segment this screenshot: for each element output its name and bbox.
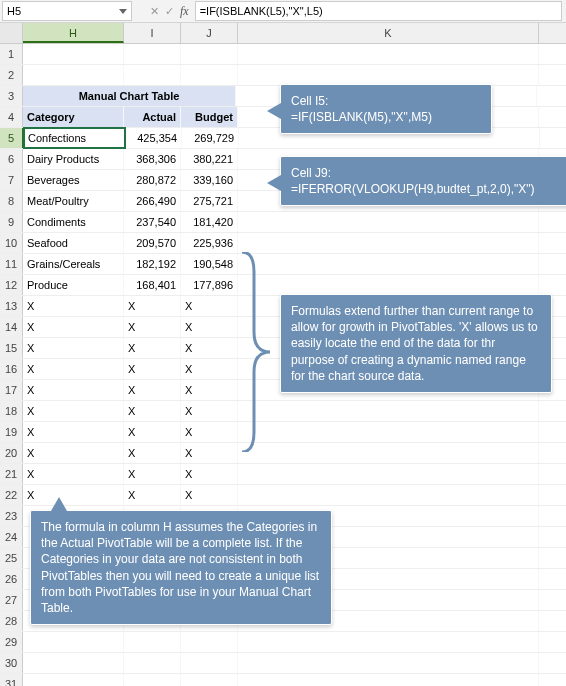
cell[interactable]: Produce: [23, 275, 124, 295]
cell[interactable]: 380,221: [181, 149, 238, 169]
cell[interactable]: Beverages: [23, 170, 124, 190]
cell[interactable]: X: [181, 485, 238, 505]
cell[interactable]: 225,936: [181, 233, 238, 253]
cell[interactable]: [238, 674, 539, 686]
cell[interactable]: X: [124, 296, 181, 316]
table-row[interactable]: 10Seafood209,570225,936: [0, 233, 566, 254]
cell[interactable]: Seafood: [23, 233, 124, 253]
cell[interactable]: Confections: [24, 128, 125, 148]
cell[interactable]: 209,570: [124, 233, 181, 253]
row-header[interactable]: 22: [0, 485, 23, 505]
row-header[interactable]: 10: [0, 233, 23, 253]
row-header[interactable]: 6: [0, 149, 23, 169]
row-header[interactable]: 3: [0, 86, 23, 106]
row-header[interactable]: 28: [0, 611, 23, 631]
cell[interactable]: 275,721: [181, 191, 238, 211]
cell[interactable]: X: [181, 359, 238, 379]
name-box[interactable]: H5: [2, 1, 132, 21]
cell[interactable]: X: [23, 464, 124, 484]
table-row[interactable]: 12Produce168,401177,896: [0, 275, 566, 296]
cell[interactable]: [23, 674, 124, 686]
cell[interactable]: [181, 632, 238, 652]
cell[interactable]: [238, 65, 539, 85]
enter-icon[interactable]: ✓: [165, 5, 174, 18]
col-header-J[interactable]: J: [181, 23, 238, 43]
row-header[interactable]: 16: [0, 359, 23, 379]
cell[interactable]: X: [181, 338, 238, 358]
table-row[interactable]: 22XXX: [0, 485, 566, 506]
table-row[interactable]: 19XXX: [0, 422, 566, 443]
col-header-K[interactable]: K: [238, 23, 539, 43]
cell[interactable]: [238, 401, 539, 421]
chevron-down-icon[interactable]: [119, 9, 127, 14]
cell[interactable]: [23, 44, 124, 64]
cell[interactable]: [238, 632, 539, 652]
cell[interactable]: X: [124, 359, 181, 379]
cell[interactable]: Actual: [124, 107, 181, 127]
row-header[interactable]: 15: [0, 338, 23, 358]
cell[interactable]: [181, 65, 238, 85]
table-row[interactable]: 9Condiments237,540181,420: [0, 212, 566, 233]
cell[interactable]: Category: [23, 107, 124, 127]
cell[interactable]: X: [181, 380, 238, 400]
cell[interactable]: [238, 233, 539, 253]
row-header[interactable]: 4: [0, 107, 23, 127]
row-header[interactable]: 21: [0, 464, 23, 484]
cell[interactable]: X: [124, 464, 181, 484]
row-header[interactable]: 12: [0, 275, 23, 295]
table-row[interactable]: 30: [0, 653, 566, 674]
cell[interactable]: X: [181, 317, 238, 337]
cell[interactable]: Meat/Poultry: [23, 191, 124, 211]
cell[interactable]: X: [23, 485, 124, 505]
col-header-H[interactable]: H: [23, 23, 124, 43]
cell[interactable]: X: [23, 443, 124, 463]
cell[interactable]: X: [181, 443, 238, 463]
cell[interactable]: 280,872: [124, 170, 181, 190]
cell[interactable]: X: [124, 443, 181, 463]
cell[interactable]: X: [124, 401, 181, 421]
cell[interactable]: 425,354: [125, 128, 182, 148]
cell[interactable]: [238, 44, 539, 64]
cell[interactable]: X: [23, 296, 124, 316]
row-header[interactable]: 24: [0, 527, 23, 547]
cell[interactable]: [124, 44, 181, 64]
col-header-I[interactable]: I: [124, 23, 181, 43]
cell[interactable]: 181,420: [181, 212, 238, 232]
row-header[interactable]: 14: [0, 317, 23, 337]
cell[interactable]: 269,729: [182, 128, 239, 148]
cell[interactable]: [181, 653, 238, 673]
cell[interactable]: 182,192: [124, 254, 181, 274]
cell[interactable]: [23, 65, 124, 85]
row-header[interactable]: 25: [0, 548, 23, 568]
cell[interactable]: Budget: [181, 107, 238, 127]
row-header[interactable]: 5: [0, 128, 24, 148]
cell[interactable]: X: [124, 317, 181, 337]
cell[interactable]: X: [124, 380, 181, 400]
cell[interactable]: Grains/Cereals: [23, 254, 124, 274]
table-row[interactable]: 2: [0, 65, 566, 86]
cell[interactable]: X: [124, 338, 181, 358]
row-header[interactable]: 13: [0, 296, 23, 316]
cell[interactable]: X: [181, 464, 238, 484]
row-header[interactable]: 29: [0, 632, 23, 652]
row-header[interactable]: 20: [0, 443, 23, 463]
cell[interactable]: [238, 212, 539, 232]
row-header[interactable]: 18: [0, 401, 23, 421]
cell[interactable]: [124, 632, 181, 652]
cell[interactable]: [238, 653, 539, 673]
cell[interactable]: [181, 44, 238, 64]
row-header[interactable]: 8: [0, 191, 23, 211]
cell[interactable]: 368,306: [124, 149, 181, 169]
table-row[interactable]: 1: [0, 44, 566, 65]
formula-bar[interactable]: =IF(ISBLANK(L5),"X",L5): [195, 1, 562, 21]
cell[interactable]: X: [181, 296, 238, 316]
row-header[interactable]: 9: [0, 212, 23, 232]
cell[interactable]: X: [124, 422, 181, 442]
cell[interactable]: 339,160: [181, 170, 238, 190]
cell[interactable]: X: [181, 422, 238, 442]
row-header[interactable]: 17: [0, 380, 23, 400]
row-header[interactable]: 19: [0, 422, 23, 442]
row-header[interactable]: 27: [0, 590, 23, 610]
cell[interactable]: [23, 653, 124, 673]
cell[interactable]: X: [23, 338, 124, 358]
